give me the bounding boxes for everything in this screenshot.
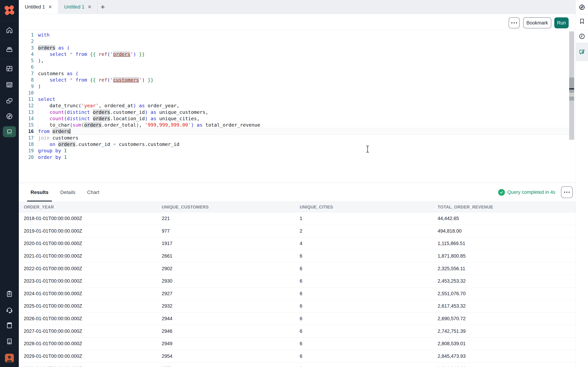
new-tab-button[interactable]: + [98,0,108,14]
editor-scrollbar[interactable] [569,31,574,140]
editor-tab[interactable]: Untitled 1✕ [58,0,98,14]
ellipsis-icon [564,192,570,193]
scrollbar-thumb[interactable] [569,77,574,88]
docs-book-icon[interactable] [5,321,14,330]
code-lines: 1with23orders as (4 select * from {{ ref… [19,32,569,160]
table-row[interactable]: 2027-01-01T00:00:00.000Z294662,742,751.3… [19,325,576,338]
right-sidebar [576,0,588,367]
tab-close-icon[interactable]: ✕ [88,5,92,9]
table-row[interactable]: 2024-01-01T00:00:00.000Z292762,551,076.7… [19,288,576,300]
results-more-button[interactable] [561,186,573,198]
run-button[interactable]: Run [554,17,569,28]
line-content: from orders [36,128,569,134]
table-row[interactable]: 2020-01-01T00:00:00.000Z191741,115,869.5… [19,237,576,250]
table-cell: 2022-01-01T00:00:00.000Z [24,266,162,271]
code-line[interactable]: 5), [19,58,569,64]
editor-laptop-icon[interactable] [5,127,14,136]
apps-windows-icon[interactable] [5,97,14,105]
table-row[interactable]: 2025-01-01T00:00:00.000Z293262,617,453.3… [19,300,576,313]
line-content: orders as ( [38,45,569,51]
table-row[interactable]: 2028-01-01T00:00:00.000Z294962,808,539.0… [19,338,576,350]
indent-guide [38,109,38,116]
table-cell: 2954 [162,353,300,359]
code-line[interactable]: 10 [19,90,569,96]
table-cell: 2,845,473.93 [438,353,576,359]
table-row[interactable]: 2029-01-01T00:00:00.000Z295462,845,473.9… [19,350,576,363]
table-cell: 6 [300,316,438,321]
compass-icon[interactable] [578,3,586,11]
main-area: Untitled 1✕Untitled 1✕ + Bookmark Run 1w… [19,0,576,367]
line-number: 1 [19,32,38,38]
table-row[interactable]: 2026-01-01T00:00:00.000Z294462,690,570.7… [19,313,576,325]
code-line[interactable]: 2 [19,38,569,44]
table-cell: 2879 [162,366,300,367]
dashboard-icon[interactable] [5,64,14,73]
table-row[interactable]: 2021-01-01T00:00:00.000Z266161,871,800.8… [19,250,576,263]
table-row[interactable]: 2018-01-01T00:00:00.000Z221144,442.65 [19,212,576,225]
line-number: 5 [19,58,38,64]
code-line[interactable]: 14 count(distinct orders.location_id) as… [19,116,569,122]
table-cell: 6 [300,328,438,334]
results-tab-results[interactable]: Results [26,183,53,202]
user-avatar[interactable] [5,354,14,363]
tab-close-icon[interactable]: ✕ [48,5,52,9]
table-row[interactable]: 2023-01-01T00:00:00.000Z293062,453,253.3… [19,275,576,288]
scrollbar-thumb[interactable] [569,90,574,93]
table-cell: 6 [300,266,438,271]
line-number: 20 [19,154,38,160]
code-line[interactable]: 8 select * from {{ ref('customers') }} [19,77,569,83]
support-headset-icon[interactable] [5,306,14,314]
sql-editor[interactable]: 1with23orders as (4 select * from {{ ref… [19,30,576,183]
code-line[interactable]: 9) [19,83,569,90]
organization-icon[interactable] [5,337,14,346]
line-content [38,64,569,70]
code-line[interactable]: 6 [19,64,569,70]
code-line[interactable]: 20order by 1 [19,154,569,160]
code-line[interactable]: 17join customers [19,135,569,141]
line-content: order by 1 [38,154,569,160]
inbox-icon[interactable] [5,45,14,54]
code-line[interactable]: 11select [19,96,569,102]
table-cell: 4 [300,241,438,246]
paradime-logo[interactable] [4,5,15,16]
table-row[interactable]: 2030-01-01T00:00:00.000Z287961,841,049.3… [19,363,576,367]
line-number: 11 [19,96,38,102]
code-line[interactable]: 1with [19,32,569,38]
compass-icon[interactable] [5,112,14,121]
code-line[interactable]: 18 on orders.customer_id = customers.cus… [19,141,569,148]
line-number: 10 [19,90,38,96]
scrollbar-thumb[interactable] [569,97,574,100]
divider [0,21,19,21]
results-tab-chart[interactable]: Chart [83,183,104,202]
code-line[interactable]: 15 to_char(sum(orders.order_total), '999… [19,122,569,128]
code-window-icon[interactable] [5,81,14,89]
editor-tab[interactable]: Untitled 1✕ [19,0,58,14]
toolbar-more-button[interactable] [509,17,520,28]
table-cell: 2018-01-01T00:00:00.000Z [24,216,162,221]
history-clock-icon[interactable] [578,33,586,40]
code-line[interactable]: 7customers as ( [19,70,569,77]
code-line[interactable]: 4 select * from {{ ref('orders') }} [19,51,569,58]
ai-chat-icon[interactable] [578,48,586,56]
line-content: on orders.customer_id = customers.custom… [38,141,569,148]
divider [576,30,588,30]
table-cell: 6 [300,366,438,367]
bookmark-button[interactable]: Bookmark [523,17,551,28]
code-line[interactable]: 12 date_trunc('year', ordered_at) as ord… [19,102,569,109]
table-cell: 6 [300,291,438,296]
table-cell: 2 [300,228,438,234]
code-line[interactable]: 3orders as ( [19,45,569,51]
table-cell: 2023-01-01T00:00:00.000Z [24,278,162,284]
table-row[interactable]: 2022-01-01T00:00:00.000Z290262,325,556.1… [19,262,576,275]
clipboard-icon[interactable] [5,290,14,298]
line-content: select * from {{ ref('orders') }} [38,51,569,58]
code-line[interactable]: 16from orders [19,128,569,134]
cursor-line-marker [569,88,574,90]
code-line[interactable]: 13 count(distinct orders.customer_id) as… [19,109,569,116]
table-row[interactable]: 2019-01-01T00:00:00.000Z9772494,818.00 [19,225,576,238]
code-line[interactable]: 19group by 1 [19,148,569,154]
bookmark-icon[interactable] [578,17,586,25]
home-icon[interactable] [5,26,14,34]
results-tab-details[interactable]: Details [56,183,80,202]
line-number: 3 [19,45,38,51]
